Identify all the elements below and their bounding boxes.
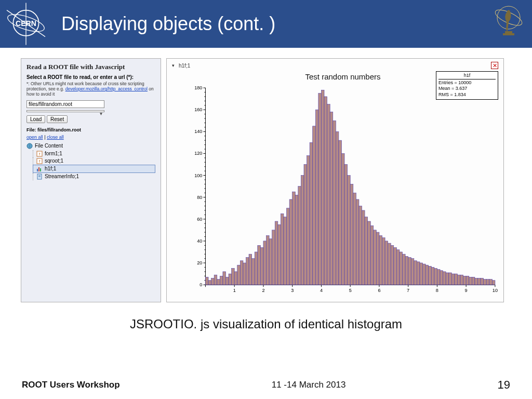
svg-rect-156 [370,225,374,285]
svg-rect-14 [37,169,38,171]
panel-subtitle: Select a ROOT file to read, or enter a u… [26,74,155,80]
cern-logo-icon: CERN [0,0,52,48]
footer-left: ROOT Users Workshop [22,380,120,390]
svg-rect-178 [434,269,437,285]
svg-rect-16 [40,168,41,171]
svg-rect-139 [321,90,324,285]
svg-rect-131 [298,187,301,285]
chart-panel: ▾ h1f;1 ✕ Test random numbers h1f Entrie… [166,58,504,302]
info-icon [36,174,43,180]
svg-rect-182 [446,273,449,285]
svg-text:40: 40 [197,238,202,244]
svg-rect-113 [246,258,249,285]
svg-rect-187 [460,275,463,285]
svg-rect-129 [292,192,296,285]
svg-rect-154 [365,217,368,285]
svg-rect-194 [481,278,484,285]
svg-text:20: 20 [197,260,202,265]
svg-text:60: 60 [197,217,202,222]
svg-rect-133 [304,164,307,285]
footer-page-number: 19 [498,378,510,392]
svg-rect-195 [484,280,487,285]
svg-rect-192 [475,278,478,285]
svg-rect-117 [258,245,261,285]
svg-rect-185 [455,274,458,285]
svg-rect-127 [287,208,290,285]
svg-rect-130 [295,195,298,285]
load-button[interactable]: Load [26,115,45,123]
svg-rect-189 [466,276,469,285]
close-icon[interactable]: ✕ [491,62,498,69]
svg-rect-134 [307,156,310,285]
svg-rect-162 [388,243,391,285]
histogram-plot: 02040608010012014016018012345678910 [188,85,498,295]
svg-text:0: 0 [200,282,202,287]
chevron-down-icon[interactable]: ▾ [172,63,175,68]
slide-title: Displaying objects (cont. ) [61,13,275,35]
svg-rect-177 [431,267,434,285]
svg-rect-111 [240,261,243,285]
svg-rect-153 [362,210,365,285]
chart-tab-label[interactable]: h1f;1 [179,63,190,69]
svg-rect-121 [269,239,272,285]
svg-rect-176 [429,266,432,285]
svg-rect-147 [344,164,348,285]
svg-rect-158 [376,232,379,285]
tree-root[interactable]: File Content [26,143,155,149]
svg-rect-151 [356,200,359,285]
svg-rect-142 [330,112,333,285]
svg-rect-140 [324,97,327,285]
svg-rect-107 [229,274,232,285]
svg-rect-122 [272,230,275,285]
svg-rect-163 [391,245,394,285]
svg-rect-180 [440,271,443,285]
svg-text:2: 2 [262,288,264,293]
svg-rect-106 [225,277,229,285]
svg-rect-114 [249,254,252,285]
svg-rect-123 [275,221,278,285]
tree-item-sqroot[interactable]: f sqroot;1 [33,157,155,165]
svg-text:1: 1 [233,288,236,293]
stat-name: h1f [438,73,496,79]
svg-rect-161 [385,241,388,285]
svg-rect-173 [420,263,423,285]
svg-text:80: 80 [197,195,202,200]
panel-note: *: Other URLs might not work because of … [26,81,155,97]
svg-text:8: 8 [436,288,438,293]
svg-rect-128 [289,200,292,285]
panel-title: Read a ROOT file with Javascript [26,63,155,71]
svg-rect-110 [237,265,241,285]
chart-area: Test random numbers h1f Entries = 10000 … [188,72,498,295]
tree-item-h1f[interactable]: h1f;1 [33,165,155,173]
svg-rect-188 [463,276,467,285]
svg-rect-136 [313,126,316,285]
svg-rect-118 [260,248,263,285]
note-link[interactable]: developer.mozilla.org/http_access_contro… [65,86,148,91]
svg-text:10: 10 [493,288,498,293]
svg-rect-15 [38,167,39,171]
file-dropdown[interactable] [26,110,104,112]
tree-item-streamerinfo[interactable]: StreamerInfo;1 [33,173,155,180]
open-all-link[interactable]: open all [26,135,43,140]
slide-header: CERN Displaying objects (cont. ) [0,0,532,48]
histogram-icon [36,166,43,172]
svg-rect-8 [503,33,514,35]
formula-icon: f [36,151,43,157]
url-input[interactable] [26,100,104,108]
svg-text:4: 4 [320,288,323,293]
file-path-label: File: files/fillrandom.root [26,127,155,132]
svg-rect-138 [318,94,322,285]
tree-item-form1[interactable]: f form1;1 [33,150,155,157]
slide-footer: ROOT Users Workshop 11 -14 March 2013 19 [0,378,532,392]
svg-rect-124 [278,224,281,285]
reset-button[interactable]: Reset [47,115,68,123]
slide-caption: JSROOTIO. js visualization of identical … [0,317,532,331]
file-reader-panel: Read a ROOT file with Javascript Select … [21,58,161,302]
svg-rect-152 [359,206,362,285]
svg-rect-196 [486,280,489,285]
svg-rect-193 [477,278,481,285]
slide-body: Read a ROOT file with Javascript Select … [0,48,532,302]
svg-rect-191 [472,277,475,285]
close-all-link[interactable]: close all [47,135,64,140]
svg-rect-166 [400,252,403,285]
